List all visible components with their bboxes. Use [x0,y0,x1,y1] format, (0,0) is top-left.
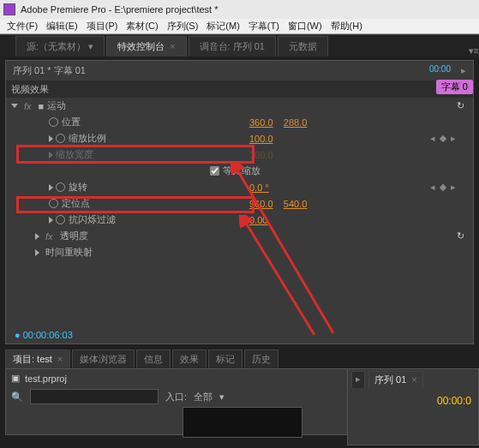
chevron-down-icon: ▾ [88,41,93,51]
close-icon[interactable]: × [170,41,175,51]
tab-info[interactable]: 信息 [136,349,171,368]
inpoint-value[interactable]: 全部 [194,391,213,403]
stopwatch-icon[interactable] [56,134,65,143]
prev-keyframe-icon[interactable]: ◂ [430,182,435,193]
effect-opacity[interactable]: fx透明度 ↻ [6,228,473,244]
add-keyframe-icon[interactable] [440,134,446,141]
fx-icon: fx [24,101,32,111]
next-keyframe-icon[interactable]: ▸ [451,133,456,144]
tab-history[interactable]: 历史 [244,349,278,368]
anchor-x-value[interactable]: 960.0 [249,199,273,209]
tab-project[interactable]: 项目: test× [5,349,70,368]
twirl-right-icon[interactable] [35,249,39,256]
uniform-scale-checkbox[interactable] [210,166,219,176]
twirl-right-icon[interactable] [49,135,53,142]
tab-audio-mixer[interactable]: 调音台: 序列 01 [189,36,276,57]
project-filename: test.prproj [25,373,67,384]
menu-sequence[interactable]: 序列(S) [167,20,199,33]
close-icon[interactable]: × [57,354,63,364]
stopwatch-icon[interactable] [56,215,65,224]
property-scale-width: 缩放宽度 100.0 [6,146,473,163]
menu-marker[interactable]: 标记(M) [207,20,240,33]
anchor-y-value[interactable]: 540.0 [284,199,308,209]
effect-time-remapping[interactable]: 时间重映射 [6,244,473,260]
timeline-timecode[interactable]: 00:00:0 [348,390,478,412]
expand-timeline-icon[interactable]: ▸ [461,65,466,76]
menu-file[interactable]: 文件(F) [7,20,38,33]
timeline-panel: ▸ 序列 01× 00:00:0 [347,368,479,445]
twirl-down-icon[interactable] [11,104,18,108]
sequence-clip-title: 序列 01 * 字幕 01 [13,64,461,77]
add-keyframe-icon[interactable] [440,183,446,190]
effect-motion[interactable]: fx■ 运动 ↻ [6,98,473,114]
twirl-right-icon [49,152,53,158]
menu-clip[interactable]: 素材(C) [126,20,158,33]
tab-effect-controls[interactable]: 特效控制台× [106,36,186,57]
property-antiflicker: 抗闪烁过滤 0.00 [6,212,473,228]
window-title: Adobe Premiere Pro - E:\premiere project… [21,4,218,15]
timeline-tab-collapse[interactable]: ▸ [351,371,365,388]
twirl-right-icon[interactable] [49,184,53,191]
fx-icon: fx [45,231,53,242]
property-position: 位置 360.0 288.0 [6,114,473,130]
keyframe-nav: ◂ ▸ [430,182,456,193]
video-effects-header[interactable]: 视频效果 ▴ [6,81,473,98]
chevron-down-icon[interactable]: ▾ [219,391,225,403]
rotation-value[interactable]: 0.0 ° [249,182,269,193]
stopwatch-icon[interactable] [49,117,58,127]
tab-source[interactable]: 源:（无素材） ▾ [15,36,105,57]
tab-metadata[interactable]: 元数据 [278,36,328,57]
scale-value[interactable]: 100.0 [249,134,273,144]
position-x-value[interactable]: 360.0 [249,117,273,128]
menubar: 文件(F) 编辑(E) 项目(P) 素材(C) 序列(S) 标记(M) 字幕(T… [0,19,479,34]
titlebar: Adobe Premiere Pro - E:\premiere project… [0,0,479,19]
menu-help[interactable]: 帮助(H) [331,20,362,33]
project-icon: ▣ [11,373,20,384]
stopwatch-icon[interactable] [56,182,65,192]
next-keyframe-icon[interactable]: ▸ [451,182,456,193]
tab-media-browser[interactable]: 媒体浏览器 [72,349,135,368]
ruler-start-time: 00:00 [429,64,451,74]
scale-width-value: 100.0 [249,150,273,160]
prev-keyframe-icon[interactable]: ◂ [430,133,435,144]
project-panel-tabs: 项目: test× 媒体浏览器 信息 效果 标记 历史 [5,349,474,368]
reset-icon[interactable]: ↻ [457,230,464,242]
antiflicker-value[interactable]: 0.00 [249,215,267,225]
property-uniform-scale: 等比缩放 [6,163,473,179]
menu-window[interactable]: 窗口(W) [288,20,322,33]
tab-markers[interactable]: 标记 [208,349,242,368]
position-y-value[interactable]: 288.0 [284,117,308,128]
app-logo-icon [3,3,15,15]
source-panel-tabs: 源:（无素材） ▾ 特效控制台× 调音台: 序列 01 元数据 ▾≡ [0,34,479,57]
preview-thumbnail[interactable] [183,407,302,438]
effect-controls-panel: 序列 01 * 字幕 01 ▸ 00:00 字幕 0 视频效果 ▴ fx■ 运动… [5,60,474,344]
inpoint-label: 入口: [165,391,187,403]
menu-edit[interactable]: 编辑(E) [46,20,78,33]
tab-effects[interactable]: 效果 [172,349,207,368]
timeline-tab-sequence[interactable]: 序列 01× [368,371,423,388]
reset-icon[interactable]: ↻ [457,100,464,111]
project-search-input[interactable] [30,389,159,404]
twirl-right-icon[interactable] [35,233,39,240]
keyframe-nav: ◂ ▸ [430,133,456,144]
playhead-timecode[interactable]: 00:00:06:03 [23,330,73,340]
panel-menu-icon[interactable]: ▾≡ [469,45,479,57]
stopwatch-icon[interactable] [49,199,58,208]
menu-title[interactable]: 字幕(T) [248,20,279,33]
property-rotation: 旋转 0.0 ° ◂ ▸ [6,179,473,195]
property-anchor-point: 定位点 960.0 540.0 [6,195,473,212]
close-icon[interactable]: × [411,374,416,385]
clip-bar[interactable]: 字幕 0 [436,80,473,94]
menu-project[interactable]: 项目(P) [87,20,118,33]
search-icon[interactable]: 🔍 [11,391,23,403]
twirl-right-icon[interactable] [49,217,53,224]
property-scale: 缩放比例 100.0 ◂ ▸ [6,130,473,146]
